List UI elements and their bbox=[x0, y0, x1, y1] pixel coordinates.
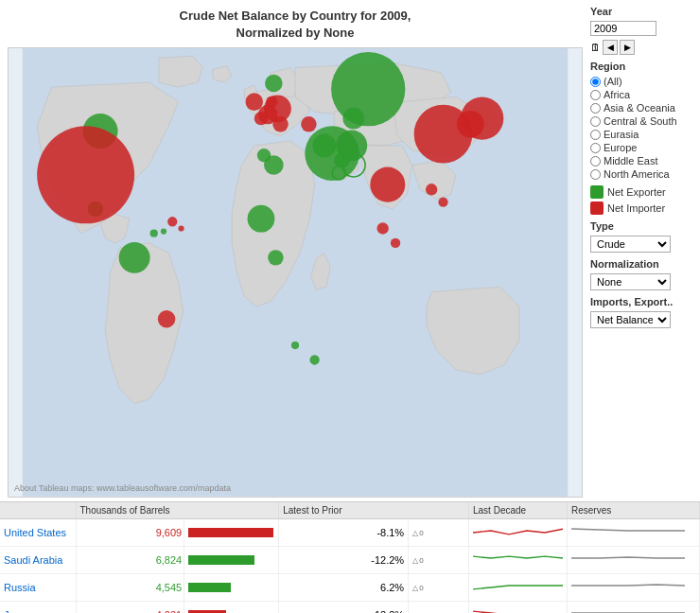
bottom-section: Thousands of Barrels Latest to Prior Las… bbox=[0, 501, 700, 613]
year-label: Year bbox=[590, 6, 694, 17]
col-header-latest: Latest to Prior bbox=[279, 502, 469, 519]
bubble-kazakhstan bbox=[342, 108, 364, 130]
data-table: Thousands of Barrels Latest to Prior Las… bbox=[0, 502, 700, 613]
region-radio-group: (All) Africa Asia & Oceania Central & So… bbox=[590, 76, 694, 180]
cell-decade-0 bbox=[469, 519, 568, 547]
next-year-button[interactable]: ▶ bbox=[620, 40, 635, 55]
legend-importer-box bbox=[590, 201, 604, 215]
cell-latest-2: 6.2% bbox=[279, 574, 409, 602]
radio-africa[interactable]: Africa bbox=[590, 89, 694, 100]
legend-importer-label: Net Importer bbox=[607, 202, 665, 214]
bubble-uk bbox=[245, 94, 263, 112]
cell-decade-3 bbox=[469, 602, 568, 614]
bubble-usa bbox=[37, 127, 134, 224]
map-footer: About Tableau maps: www.tableausoftware.… bbox=[14, 483, 231, 493]
cell-latest-0: -8.1% bbox=[279, 519, 409, 547]
cell-country-3[interactable]: Japan bbox=[0, 602, 76, 614]
bubble-india bbox=[370, 167, 405, 202]
world-map-svg bbox=[9, 48, 582, 497]
sidebar: Year 🗓 ◀ ▶ Region (All) bbox=[586, 0, 700, 501]
bubble-misc5 bbox=[161, 229, 166, 235]
imports-select[interactable]: Net Balance bbox=[590, 311, 671, 328]
cell-decade-1 bbox=[469, 547, 568, 574]
bubble-nigeria bbox=[248, 205, 275, 233]
bubble-brazil bbox=[158, 310, 176, 328]
radio-asia[interactable]: Asia & Oceania bbox=[590, 102, 694, 114]
type-section: Type Crude bbox=[590, 220, 694, 253]
year-input[interactable] bbox=[590, 21, 656, 36]
cell-zero-0: △0 bbox=[409, 519, 469, 547]
normalization-select[interactable]: None bbox=[590, 273, 671, 290]
year-controls: 🗓 ◀ ▶ bbox=[590, 40, 694, 55]
bubble-angola bbox=[268, 251, 283, 266]
bubble-venezuela bbox=[119, 242, 150, 273]
region-section: Region (All) Africa Asia & Oceania bbox=[590, 61, 694, 180]
radio-europe[interactable]: Europe bbox=[590, 142, 694, 153]
type-select[interactable]: Crude bbox=[590, 236, 671, 253]
chart-title: Crude Net Balance by Country for 2009, N… bbox=[8, 8, 583, 42]
radio-namerica[interactable]: North America bbox=[590, 168, 694, 180]
col-header-country bbox=[0, 502, 76, 519]
bubble-iraq bbox=[313, 134, 337, 158]
bubble-italy bbox=[272, 116, 288, 131]
bubble-turkey bbox=[301, 116, 316, 131]
table-row: United States 9,609 -8.1% △0 bbox=[0, 519, 700, 547]
top-section: Crude Net Balance by Country for 2009, N… bbox=[0, 0, 700, 501]
cell-decade-2 bbox=[469, 574, 568, 602]
cell-country-2[interactable]: Russia bbox=[0, 574, 76, 602]
col-header-decade: Last Decade bbox=[469, 502, 568, 519]
col-header-barrels: Thousands of Barrels bbox=[76, 502, 279, 519]
cell-reserve-3 bbox=[568, 602, 700, 614]
legend-exporter-box bbox=[590, 185, 604, 199]
legend-importer: Net Importer bbox=[590, 201, 694, 215]
region-label: Region bbox=[590, 61, 694, 72]
radio-mideast[interactable]: Middle East bbox=[590, 155, 694, 166]
table-row: Saudi Arabia 6,824 -12.2% △0 bbox=[0, 547, 700, 574]
legend-section: Net Exporter Net Importer bbox=[590, 185, 694, 215]
radio-eurasia[interactable]: Eurasia bbox=[590, 129, 694, 140]
bubble-skorea bbox=[457, 111, 484, 138]
legend-exporter-label: Net Exporter bbox=[607, 186, 666, 198]
type-label: Type bbox=[590, 220, 694, 232]
radio-central[interactable]: Central & South bbox=[590, 115, 694, 127]
bubble-misc4 bbox=[167, 217, 177, 226]
bubble-thailand bbox=[426, 184, 437, 195]
year-section: Year 🗓 ◀ ▶ bbox=[590, 6, 694, 55]
cell-bar-3 bbox=[184, 602, 279, 614]
table-row: Japan 4,031 -13.3% △0 bbox=[0, 602, 700, 614]
legend-exporter: Net Exporter bbox=[590, 185, 694, 199]
normalization-label: Normalization bbox=[590, 258, 694, 270]
bubble-misc3 bbox=[291, 342, 299, 349]
bubble-spain bbox=[254, 112, 268, 125]
bubble-russia bbox=[331, 52, 405, 126]
normalization-section: Normalization None bbox=[590, 258, 694, 290]
bubble-south-africa bbox=[309, 356, 319, 365]
main-container: Crude Net Balance by Country for 2009, N… bbox=[0, 0, 700, 613]
bubble-misc1 bbox=[376, 223, 388, 235]
cell-zero-3: △0 bbox=[409, 602, 469, 614]
cell-bar-1 bbox=[184, 547, 279, 574]
calendar-icon: 🗓 bbox=[590, 42, 601, 53]
cell-zero-2: △0 bbox=[409, 574, 469, 602]
cell-country-0[interactable]: United States bbox=[0, 519, 76, 547]
cell-zero-1: △0 bbox=[409, 547, 469, 574]
bubble-misc2 bbox=[391, 238, 400, 248]
map-container: About Tableau maps: www.tableausoftware.… bbox=[8, 47, 583, 498]
cell-barrels-3: 4,031 bbox=[76, 602, 184, 614]
cell-latest-1: -12.2% bbox=[279, 547, 409, 574]
bubble-singapore bbox=[438, 198, 447, 207]
bubble-algeria bbox=[257, 149, 271, 162]
cell-reserve-1 bbox=[568, 547, 700, 574]
cell-barrels-1: 6,824 bbox=[76, 547, 184, 574]
bubble-misc7 bbox=[150, 230, 158, 237]
imports-section: Imports, Export.. Net Balance bbox=[590, 296, 694, 328]
cell-country-1[interactable]: Saudi Arabia bbox=[0, 547, 76, 574]
table-row: Russia 4,545 6.2% △0 bbox=[0, 574, 700, 602]
prev-year-button[interactable]: ◀ bbox=[603, 40, 618, 55]
bubble-norway bbox=[265, 75, 283, 93]
chart-area: Crude Net Balance by Country for 2009, N… bbox=[0, 0, 586, 501]
col-header-reserves: Reserves bbox=[568, 502, 700, 519]
table-container: Thousands of Barrels Latest to Prior Las… bbox=[0, 502, 700, 613]
radio-all[interactable]: (All) bbox=[590, 76, 694, 87]
bubble-misc6 bbox=[178, 226, 184, 232]
